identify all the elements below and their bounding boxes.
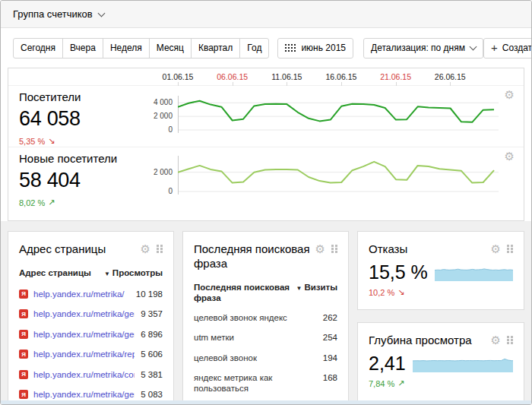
- drag-handle-icon[interactable]: [507, 245, 513, 254]
- drag-handle-icon[interactable]: [507, 336, 513, 345]
- widget-page-url: Адрес страницы ⚙ Адрес страницы ▼ Просмо…: [8, 231, 174, 402]
- gear-icon[interactable]: ⚙: [491, 243, 501, 255]
- yandex-favicon-icon: Я: [19, 309, 28, 318]
- date-axis: 01.06.1506.06.1511.06.1516.06.1521.06.15…: [8, 68, 524, 86]
- widget-depth: Глубина просмотра ⚙ 2,41 7,84 % ↗: [357, 322, 524, 401]
- metric-delta: 5,35 % ↘: [19, 136, 524, 146]
- table-row: целевой звонок яндекс262: [194, 308, 337, 328]
- period-button-year[interactable]: Год: [239, 38, 269, 59]
- widget-title: Отказы: [369, 242, 407, 256]
- date-axis-label: 16.06.15: [326, 72, 357, 81]
- widget-title: Последняя поисковая фраза: [194, 242, 315, 271]
- trend-arrow-icon: ↗: [48, 198, 55, 207]
- depth-sparkline: [413, 356, 513, 372]
- trend-arrow-icon: ↘: [397, 287, 404, 297]
- visits-value: 194: [323, 353, 337, 362]
- visitors-y-axis: 02 0004 000: [122, 90, 173, 134]
- widget-bounces: Отказы ⚙ 15,5 % 10,2 % ↘: [357, 231, 524, 310]
- yandex-favicon-icon: Я: [19, 390, 28, 399]
- widget-controls: ⚙: [491, 243, 513, 255]
- yandex-favicon-icon: Я: [19, 330, 28, 339]
- gear-icon[interactable]: ⚙: [315, 243, 325, 255]
- widget-title: Адрес страницы: [19, 242, 106, 256]
- search-phrase-text: utm метки: [194, 333, 317, 343]
- search-phrase-text: яндекс метрика как пользоваться: [194, 373, 317, 394]
- search-phrase-rows: целевой звонок яндекс262utm метки254целе…: [194, 308, 337, 402]
- page-url-link[interactable]: help.yandex.ru/metrika/con...: [33, 370, 135, 379]
- views-value: 5 381: [141, 370, 163, 379]
- trend-arrow-icon: ↘: [48, 136, 55, 146]
- drag-handle-icon[interactable]: [331, 245, 337, 254]
- delta-value: 8,02 %: [19, 198, 45, 207]
- column-dimension[interactable]: Последняя поисковая фраза: [194, 283, 290, 303]
- views-value: 5 606: [141, 350, 163, 359]
- views-value: 9 357: [141, 309, 163, 318]
- page-url-link[interactable]: help.yandex.ru/metrika/: [33, 290, 130, 299]
- column-dimension[interactable]: Адрес страницы: [19, 268, 98, 279]
- table-row: Яhelp.yandex.ru/metrika/rep...5 606: [19, 344, 163, 365]
- column-metric-sort[interactable]: ▼ Просмотры: [104, 268, 163, 280]
- table-row: Яhelp.yandex.ru/metrika/gen...5 083: [19, 384, 163, 402]
- counter-group-selector[interactable]: Группа счетчиков: [13, 8, 104, 20]
- views-value: 6 896: [141, 330, 163, 339]
- widget-controls: ⚙: [141, 243, 163, 255]
- y-axis-tick-label: 0: [168, 187, 173, 195]
- chevron-down-icon: [97, 9, 105, 17]
- metric-row: 2,41: [369, 353, 513, 375]
- widget-header: Адрес страницы ⚙: [19, 242, 163, 256]
- column-metric-sort[interactable]: ▼ Визиты: [296, 283, 337, 294]
- create-widget-button[interactable]: + Создать виджет: [483, 38, 532, 59]
- detalization-dropdown[interactable]: Детализация: по дням: [363, 38, 483, 59]
- views-value: 10 198: [136, 290, 163, 299]
- calendar-period-button[interactable]: июнь 2015: [277, 38, 353, 59]
- visits-value: 168: [323, 373, 337, 382]
- table-row: яндекс метрика как пользоваться168: [194, 369, 337, 399]
- new-visitors-y-axis: 02 000: [122, 149, 173, 196]
- detalization-label: Детализация: по дням: [371, 43, 465, 53]
- period-button-yesterday[interactable]: Вчера: [62, 38, 103, 59]
- search-phrase-text: целевой звонок: [194, 353, 317, 364]
- create-widget-label: Создать виджет: [502, 43, 532, 53]
- gear-icon[interactable]: ⚙: [505, 150, 515, 162]
- y-axis-tick-label: 2 000: [154, 168, 173, 176]
- page-url-link[interactable]: help.yandex.ru/metrika/rep...: [33, 350, 135, 359]
- table-row: utm метки254: [194, 328, 337, 349]
- y-axis-tick-label: 2 000: [154, 112, 173, 120]
- toolbar: СегодняВчераНеделяМесяцКварталГод июнь 2…: [1, 28, 531, 68]
- table-row: Яhelp.yandex.ru/metrika/gen...9 357: [19, 304, 163, 324]
- column-metric-label: Просмотры: [112, 268, 163, 279]
- window-bottom-edge: [1, 400, 531, 404]
- search-phrase-text: целевой звонок яндекс: [194, 313, 317, 324]
- trend-arrow-icon: ↗: [397, 378, 404, 388]
- widget-title: Глубина просмотра: [369, 333, 472, 347]
- gear-icon[interactable]: ⚙: [141, 243, 150, 255]
- new-visitors-line-chart: [178, 149, 499, 196]
- period-button-today[interactable]: Сегодня: [13, 38, 63, 59]
- plus-icon: +: [491, 42, 498, 53]
- delta-value: 7,84 %: [369, 379, 394, 388]
- drag-handle-icon[interactable]: [157, 245, 163, 254]
- visits-value: 262: [323, 313, 337, 322]
- date-axis-label: 21.06.15: [380, 72, 411, 81]
- gear-icon[interactable]: ⚙: [505, 89, 515, 100]
- period-button-week[interactable]: Неделя: [103, 38, 150, 59]
- period-button-quarter[interactable]: Квартал: [191, 38, 240, 59]
- page-url-link[interactable]: help.yandex.ru/metrika/gen...: [33, 330, 135, 339]
- gear-icon[interactable]: ⚙: [491, 334, 501, 346]
- visits-value: 254: [323, 333, 337, 342]
- views-value: 5 083: [141, 390, 163, 399]
- main-chart-card: 01.06.1506.06.1511.06.1516.06.1521.06.15…: [8, 68, 524, 221]
- widget-search-phrase: Последняя поисковая фраза ⚙ Последняя по…: [182, 231, 349, 402]
- delta-value: 5,35 %: [19, 137, 45, 146]
- page-url-link[interactable]: help.yandex.ru/metrika/gen...: [33, 309, 135, 318]
- widget-header: Отказы ⚙: [369, 242, 513, 256]
- chevron-down-icon: [470, 43, 477, 51]
- metric-delta: 7,84 % ↗: [369, 378, 513, 388]
- date-axis-label: 11.06.15: [271, 72, 302, 81]
- yandex-favicon-icon: Я: [19, 290, 28, 299]
- metric-delta: 8,02 % ↗: [19, 198, 524, 207]
- page-url-link[interactable]: help.yandex.ru/metrika/gen...: [33, 390, 135, 399]
- date-axis-label: 26.06.15: [435, 72, 466, 81]
- date-axis-label: 06.06.15: [217, 72, 248, 81]
- period-button-month[interactable]: Месяц: [149, 38, 192, 59]
